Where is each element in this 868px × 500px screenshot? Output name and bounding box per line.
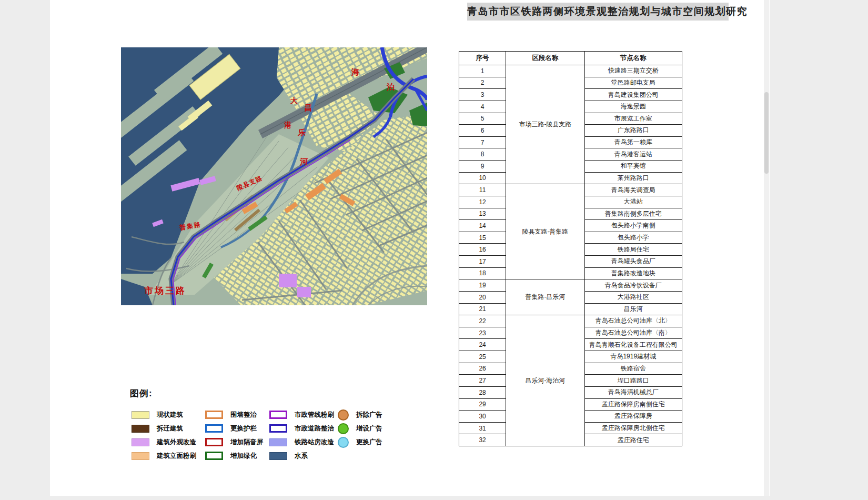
legend-column-3: 市政管线粉刷市政道路整治铁路站房改造水系 [269,408,334,463]
legend-label: 围墙整治 [230,411,257,419]
row-number-cell: 22 [459,315,506,327]
row-number-cell: 30 [459,411,506,423]
table-row: 11陵县支路-普集路青岛海关调查局 [459,184,682,196]
legend-swatch [205,411,223,419]
planning-map: 海 泊 大 港 昌 乐 河 陵县支路 普集路 市场三路 [121,47,427,305]
legend-column-2: 围墙整治更换护栏增加隔音屏增加绿化 [205,408,264,463]
legend-label: 增加绿化 [230,452,257,461]
legend-swatch [132,425,149,433]
legend-column-1: 现状建筑拆迁建筑建筑外观改造建筑立面粉刷 [132,408,196,463]
map-label-po: 泊 [386,82,395,91]
legend-item: 水系 [269,449,334,463]
legend-item: 铁路站房改造 [269,435,334,449]
map-label-chang: 昌 [304,103,312,112]
legend-swatch [269,452,287,460]
legend-label: 拆迁建筑 [157,424,183,433]
row-number-cell: 26 [459,363,506,375]
legend-swatch [205,438,223,446]
legend-swatch [338,423,349,434]
node-name-cell: 青岛1919建材城 [584,351,682,363]
legend-item: 建筑外观改造 [132,435,196,449]
row-number-cell: 20 [459,291,506,303]
table-header-cell: 区段名称 [506,52,584,65]
legend-label: 建筑立面粉刷 [157,452,196,461]
legend-title: 图例: [130,387,153,399]
table-row: 1市场三路-陵县支路快速路三期立交桥 [459,65,682,77]
section-name-cell: 陵县支路-普集路 [506,184,584,279]
scrollbar-thumb[interactable] [764,92,769,174]
legend-item: 围墙整治 [205,408,264,422]
legend-swatch [269,424,287,433]
row-number-cell: 28 [459,386,506,398]
legend-label: 市政管线粉刷 [295,411,334,419]
legend-label: 铁路站房改造 [295,438,334,447]
node-name-cell: 孟庄路保障房北侧住宅 [584,422,682,434]
row-number-cell: 19 [459,279,506,292]
node-name-cell: 包头路小学 [584,232,682,244]
legend-item: 更换护栏 [205,422,264,435]
node-name-cell: 埕口路路口 [584,375,682,387]
legend-label: 建筑外观改造 [157,438,196,447]
legend-swatch [132,452,149,460]
row-number-cell: 3 [459,89,506,101]
legend-label: 更换护栏 [230,424,257,433]
legend-item: 增加隔音屏 [205,435,264,449]
row-number-cell: 4 [459,101,506,113]
node-name-cell: 快速路三期立交桥 [584,65,682,77]
row-number-cell: 21 [459,303,506,315]
row-number-cell: 24 [459,339,506,351]
legend-column-4: 拆除广告增设广告更换广告 [338,408,382,449]
legend-item: 拆迁建筑 [132,422,196,435]
legend-swatch [132,438,149,446]
legend-label: 水系 [295,452,308,461]
node-name-cell: 孟庄路保障房 [584,411,682,423]
legend-swatch [338,437,349,448]
table-row: 22昌乐河-海泊河青岛石油总公司油库〈北〉 [459,315,682,327]
node-table: 序号区段名称节点名称 1市场三路-陵县支路快速路三期立交桥2堂邑路邮电支局3青岛… [459,51,682,446]
map-label-da: 大 [290,96,298,105]
row-number-cell: 7 [459,136,506,148]
row-number-cell: 8 [459,148,506,161]
row-number-cell: 1 [459,65,506,77]
legend-item: 现状建筑 [132,408,196,422]
row-number-cell: 6 [459,125,506,137]
row-number-cell: 15 [459,232,506,244]
node-name-cell: 青岛海清机械总厂 [584,386,682,398]
node-name-cell: 青岛海关调查局 [584,184,682,196]
legend-item: 拆除广告 [338,408,382,422]
node-name-cell: 大港路社区 [584,291,682,303]
legend-swatch [338,409,349,421]
map-label-hai: 海 [351,67,359,76]
scrollbar[interactable] [764,0,769,496]
node-name-cell: 普集路改造地块 [584,267,682,279]
map-label-he: 河 [299,157,308,166]
legend-label: 拆除广告 [356,411,382,419]
legend-swatch [269,438,287,446]
document-title: 青岛市市区铁路两侧环境景观整治规划与城市空间规划研究 [467,3,729,21]
row-number-cell: 10 [459,172,506,184]
page-background: { "title_bar": { "text": "青岛市市区铁路两侧环境景观整… [0,0,868,500]
node-name-cell: 青岛建设集团公司 [584,89,682,101]
node-name-cell: 铁路宿舍 [584,363,682,375]
legend-label: 增设广告 [356,424,382,433]
node-name-cell: 普集路南侧多层住宅 [584,208,682,220]
section-name-cell: 普集路-昌乐河 [506,279,584,315]
row-number-cell: 27 [459,375,506,387]
row-number-cell: 14 [459,220,506,232]
node-name-cell: 堂邑路邮电支局 [584,77,682,89]
node-name-cell: 包头路小学南侧 [584,220,682,232]
row-number-cell: 18 [459,267,506,279]
legend-item: 增加绿化 [205,449,264,463]
row-number-cell: 23 [459,327,506,339]
node-name-cell: 青岛港客运站 [584,148,682,161]
row-number-cell: 5 [459,113,506,125]
node-name-cell: 青岛石油总公司油库〈南〉 [584,327,682,339]
row-number-cell: 29 [459,398,506,411]
node-name-cell: 昌乐河 [584,303,682,315]
section-name-cell: 昌乐河-海泊河 [506,315,584,446]
row-number-cell: 9 [459,161,506,173]
legend-item: 增设广告 [338,422,382,435]
table-header-cell: 节点名称 [584,52,682,65]
node-name-cell: 莱州路路口 [584,172,682,184]
table-header-row: 序号区段名称节点名称 [459,52,682,65]
